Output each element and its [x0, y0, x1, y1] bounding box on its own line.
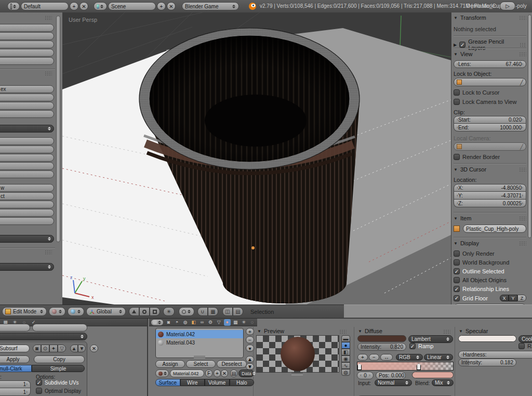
- world-background-option[interactable]: World Background: [454, 259, 526, 266]
- tool-button[interactable]: [0, 110, 54, 118]
- relationship-lines-option[interactable]: Relationship Lines: [454, 286, 526, 292]
- checkbox[interactable]: [454, 154, 460, 160]
- checkbox[interactable]: [454, 295, 460, 301]
- specular-color-swatch[interactable]: [458, 335, 516, 342]
- object-data-tab-icon[interactable]: ▽: [216, 319, 222, 326]
- ramp-stop-index-field[interactable]: ‹0›: [357, 372, 374, 379]
- editmode-visibility-icon[interactable]: ✦: [49, 345, 58, 352]
- tool-button[interactable]: w: [0, 184, 54, 192]
- diffuse-intensity-slider[interactable]: Intensity:0.820: [357, 343, 406, 351]
- delete-modifier-button[interactable]: ✕: [90, 345, 98, 352]
- specular-ramp-option[interactable]: Ramp: [518, 343, 532, 349]
- viewport-shading-select[interactable]: [49, 307, 65, 316]
- panel-drag-dots[interactable]: [339, 329, 347, 334]
- ramp-stop-handle[interactable]: [417, 363, 421, 370]
- grid-lines-field[interactable]: ‹Lines:16›: [454, 303, 526, 305]
- move-up-icon[interactable]: ▲: [70, 345, 78, 352]
- unlink-material-button[interactable]: ✕: [221, 369, 228, 377]
- add-layout-button[interactable]: +: [70, 2, 78, 10]
- assign-button[interactable]: Assign: [155, 360, 185, 368]
- eyedropper-icon[interactable]: ╱: [520, 80, 523, 85]
- mode-select[interactable]: Edit Mode: [2, 307, 47, 316]
- flip-ramp-button[interactable]: ↔: [380, 354, 393, 361]
- add-scene-button[interactable]: +: [157, 2, 166, 10]
- ramp-stop-handle[interactable]: [357, 363, 362, 370]
- render-visibility-icon[interactable]: ◙: [33, 345, 41, 352]
- wire-type-button[interactable]: Wire: [180, 379, 205, 386]
- add-ramp-stop-button[interactable]: +: [357, 354, 368, 361]
- 3d-cursor-panel-header[interactable]: ▼3D Cursor: [454, 166, 526, 173]
- checkbox[interactable]: [454, 286, 460, 292]
- manipulator-mode-button[interactable]: ✳: [163, 307, 175, 316]
- view-subdivisions-field[interactable]: 1›: [0, 380, 31, 388]
- preview-resize-grip[interactable]: [291, 373, 303, 375]
- color-ramp-strip[interactable]: [357, 362, 454, 371]
- tool-button[interactable]: [0, 57, 54, 65]
- tool-dropdown[interactable]: [0, 263, 54, 271]
- optimal-display-option[interactable]: Optimal Display: [36, 388, 81, 394]
- ramp-color-mode-select[interactable]: RGB: [396, 354, 423, 361]
- tool-button[interactable]: [0, 24, 54, 32]
- world-tab-icon[interactable]: ◍: [182, 319, 189, 326]
- diffuse-color-swatch[interactable]: [357, 335, 406, 342]
- checkbox[interactable]: [454, 250, 460, 257]
- lock-to-cursor-option[interactable]: Lock to Cursor: [454, 89, 526, 96]
- tool-button[interactable]: [0, 146, 54, 153]
- grease-pencil-checkbox[interactable]: [459, 42, 466, 48]
- tool-button[interactable]: [0, 32, 54, 40]
- lock-camera-option[interactable]: Lock Camera to View: [454, 99, 526, 105]
- ramp-stop-color-swatch[interactable]: [412, 372, 454, 378]
- 3d-viewport[interactable]: User Persp x y z: [62, 12, 451, 305]
- checkbox[interactable]: [36, 379, 42, 386]
- grease-pencil-panel-header[interactable]: ▶Grease Pencil Layers: [454, 38, 526, 51]
- local-camera-field[interactable]: ╱: [454, 142, 526, 151]
- demo-play-button[interactable]: ▷: [500, 2, 515, 10]
- fake-user-button[interactable]: F: [205, 369, 212, 377]
- volume-type-button[interactable]: Volume: [205, 379, 230, 386]
- tool-button[interactable]: [0, 94, 54, 101]
- ramp-stop-position-field[interactable]: Pos:0.000: [376, 372, 406, 379]
- diffuse-shader-select[interactable]: Lambert: [408, 335, 453, 343]
- viewport-visibility-icon[interactable]: ⊙: [41, 345, 49, 352]
- list-resize-grip[interactable]: [194, 356, 205, 359]
- panel-drag-dots[interactable]: [45, 71, 52, 75]
- grid-x-toggle[interactable]: X: [500, 295, 509, 301]
- render-subdivisions-field[interactable]: 1›: [0, 388, 31, 396]
- material-slot-row[interactable]: Material.042: [156, 330, 243, 338]
- cursor-x-field[interactable]: ‹X:-4.80050›: [454, 184, 526, 192]
- checkbox[interactable]: [454, 99, 460, 105]
- panel-drag-dots[interactable]: [519, 241, 526, 245]
- specular-hardness-slider[interactable]: ‹Hardness:: [458, 351, 532, 359]
- shelf-scrollbar[interactable]: [56, 16, 60, 242]
- subdivide-uvs-option[interactable]: Subdivide UVs: [36, 379, 79, 386]
- all-object-origins-option[interactable]: All Object Origins: [454, 277, 526, 283]
- preview-world-button[interactable]: ◍: [341, 369, 350, 376]
- material-tab-icon[interactable]: ●: [224, 319, 231, 326]
- specular-shader-select[interactable]: CookTorr: [518, 335, 532, 343]
- preview-hair-button[interactable]: ∿: [341, 362, 350, 369]
- only-render-option[interactable]: Only Render: [454, 250, 526, 257]
- checkbox[interactable]: [518, 343, 525, 349]
- snap-magnet-button[interactable]: ∪: [197, 307, 208, 316]
- opengl-render-image-button[interactable]: ◫: [222, 307, 233, 316]
- panel-drag-dots[interactable]: [45, 16, 52, 20]
- modifiers-tab-icon[interactable]: ⚙: [207, 319, 214, 326]
- cursor-z-field[interactable]: ‹Z:0.00025›: [454, 200, 526, 207]
- panel-drag-dots[interactable]: [519, 167, 526, 171]
- material-browse-button[interactable]: [155, 369, 169, 377]
- pin-id-button[interactable]: ▤: [230, 369, 237, 377]
- preview-panel-header[interactable]: ▼Preview: [257, 328, 284, 334]
- add-material-button[interactable]: +: [214, 369, 221, 377]
- ramp-input-select[interactable]: Normal: [375, 379, 412, 386]
- checkbox[interactable]: [454, 89, 460, 96]
- panel-drag-dots[interactable]: [520, 43, 526, 47]
- screen-layout-field[interactable]: Default: [21, 2, 69, 10]
- panel-drag-dots[interactable]: [45, 250, 52, 254]
- preview-sphere-button[interactable]: ●: [341, 342, 350, 349]
- checkbox[interactable]: [36, 388, 42, 394]
- data-link-select[interactable]: Data: [238, 369, 254, 377]
- preview-flat-button[interactable]: ▬: [341, 335, 350, 342]
- tool-button[interactable]: [0, 49, 54, 57]
- cage-visibility-icon[interactable]: ▽: [58, 345, 66, 352]
- tool-button[interactable]: [0, 137, 54, 145]
